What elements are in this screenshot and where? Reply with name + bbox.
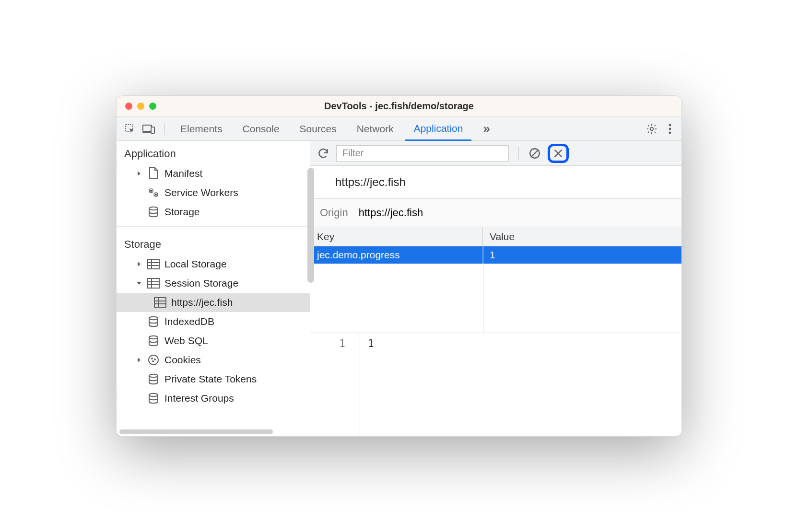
window-title: DevTools - jec.fish/demo/storage bbox=[324, 101, 474, 112]
column-header-key[interactable]: Key bbox=[310, 227, 483, 246]
sidebar-item-session-storage[interactable]: Session Storage bbox=[117, 274, 310, 293]
storage-detail-pane: https://jec.fish Origin https://jec.fish… bbox=[310, 141, 681, 436]
sidebar-item-interest-groups[interactable]: Interest Groups bbox=[117, 389, 310, 408]
inspect-element-icon[interactable] bbox=[124, 123, 136, 135]
sidebar-item-indexeddb[interactable]: IndexedDB bbox=[117, 312, 310, 331]
svg-point-7 bbox=[669, 131, 671, 134]
svg-point-9 bbox=[151, 190, 152, 192]
devtools-window: DevTools - jec.fish/demo/storage Element… bbox=[116, 95, 682, 437]
application-sidebar[interactable]: Application Manifest Service bbox=[117, 141, 310, 436]
divider bbox=[164, 123, 165, 135]
svg-rect-21 bbox=[154, 298, 166, 307]
svg-point-6 bbox=[669, 127, 671, 130]
table-body[interactable]: jec.demo.progress 1 bbox=[310, 246, 681, 333]
sidebar-item-label: Session Storage bbox=[164, 278, 238, 289]
chevron-right-icon bbox=[136, 357, 142, 363]
device-toolbar-icon[interactable] bbox=[142, 124, 155, 134]
horizontal-scrollbar[interactable] bbox=[119, 429, 273, 434]
svg-point-4 bbox=[650, 127, 653, 130]
storage-origin-heading: https://jec.fish bbox=[310, 166, 681, 199]
svg-point-27 bbox=[149, 355, 158, 365]
tab-elements[interactable]: Elements bbox=[172, 117, 231, 140]
tab-network[interactable]: Network bbox=[348, 117, 402, 140]
svg-rect-13 bbox=[148, 259, 159, 269]
window-controls bbox=[125, 103, 156, 110]
kebab-menu-icon[interactable] bbox=[668, 123, 672, 135]
database-icon bbox=[147, 373, 160, 385]
svg-rect-17 bbox=[148, 278, 159, 288]
sidebar-item-label: Manifest bbox=[164, 168, 202, 179]
tabs-overflow-button[interactable]: » bbox=[474, 117, 498, 140]
svg-point-5 bbox=[669, 124, 671, 126]
origin-value: https://jec.fish bbox=[359, 207, 423, 219]
sidebar-item-manifest[interactable]: Manifest bbox=[117, 164, 310, 183]
sidebar-item-session-storage-origin[interactable]: https://jec.fish bbox=[117, 293, 310, 312]
origin-label: Origin bbox=[320, 207, 348, 219]
zoom-window-button[interactable] bbox=[149, 103, 156, 110]
column-divider[interactable] bbox=[483, 246, 483, 333]
tabstrip: Elements Console Sources Network Applica… bbox=[117, 117, 681, 141]
minimize-window-button[interactable] bbox=[137, 103, 144, 110]
table-header: Key Value bbox=[310, 227, 681, 246]
table-icon bbox=[154, 296, 166, 309]
cell-value[interactable]: 1 bbox=[483, 245, 681, 265]
close-window-button[interactable] bbox=[125, 103, 132, 110]
delete-selected-icon[interactable] bbox=[548, 144, 569, 163]
sidebar-item-websql[interactable]: Web SQL bbox=[117, 331, 310, 350]
svg-point-12 bbox=[149, 207, 158, 210]
titlebar: DevTools - jec.fish/demo/storage bbox=[117, 96, 681, 117]
settings-icon[interactable] bbox=[646, 123, 657, 135]
table-row[interactable]: jec.demo.progress 1 bbox=[310, 246, 681, 264]
svg-point-25 bbox=[149, 317, 158, 320]
sidebar-item-storage-summary[interactable]: Storage bbox=[117, 202, 310, 221]
sidebar-item-label: Storage bbox=[164, 206, 200, 218]
svg-point-28 bbox=[152, 358, 153, 359]
sidebar-item-label: https://jec.fish bbox=[171, 297, 233, 308]
chevron-right-icon bbox=[136, 170, 142, 177]
filter-input[interactable] bbox=[336, 145, 509, 162]
database-icon bbox=[147, 335, 160, 347]
table-icon bbox=[147, 258, 160, 270]
chevron-down-icon bbox=[136, 280, 142, 287]
table-icon bbox=[147, 277, 160, 289]
sidebar-item-label: IndexedDB bbox=[164, 316, 214, 327]
file-icon bbox=[147, 167, 160, 180]
svg-point-11 bbox=[155, 194, 157, 196]
refresh-icon[interactable] bbox=[317, 147, 329, 160]
cell-key[interactable]: jec.demo.progress bbox=[310, 245, 483, 265]
svg-rect-1 bbox=[143, 125, 152, 131]
origin-info-row: Origin https://jec.fish bbox=[310, 199, 681, 227]
svg-line-34 bbox=[531, 150, 538, 157]
svg-rect-3 bbox=[151, 127, 154, 133]
storage-toolbar bbox=[310, 141, 681, 166]
sidebar-item-label: Cookies bbox=[164, 354, 201, 366]
divider bbox=[518, 147, 519, 160]
cookie-icon bbox=[147, 354, 160, 366]
preview-line-number: 1 bbox=[310, 333, 360, 436]
clear-all-icon[interactable] bbox=[528, 147, 541, 160]
database-icon bbox=[147, 392, 160, 405]
tab-application[interactable]: Application bbox=[405, 117, 472, 141]
sidebar-item-label: Web SQL bbox=[164, 335, 208, 347]
sidebar-item-label: Interest Groups bbox=[164, 393, 234, 404]
database-icon bbox=[147, 206, 160, 218]
svg-point-32 bbox=[149, 393, 158, 396]
svg-point-26 bbox=[149, 336, 158, 339]
tab-console[interactable]: Console bbox=[234, 117, 288, 140]
tab-sources[interactable]: Sources bbox=[291, 117, 345, 140]
vertical-scrollbar[interactable] bbox=[307, 168, 314, 283]
database-icon bbox=[147, 315, 160, 328]
value-preview: 1 1 bbox=[310, 333, 681, 436]
chevron-right-icon bbox=[136, 261, 142, 267]
sidebar-item-local-storage[interactable]: Local Storage bbox=[117, 254, 310, 274]
divider bbox=[117, 226, 310, 227]
sidebar-item-label: Private State Tokens bbox=[164, 373, 257, 385]
sidebar-item-label: Service Workers bbox=[164, 187, 238, 198]
sidebar-item-private-state-tokens[interactable]: Private State Tokens bbox=[117, 370, 310, 389]
sidebar-item-label: Local Storage bbox=[164, 258, 227, 270]
sidebar-item-cookies[interactable]: Cookies bbox=[117, 350, 310, 370]
column-header-value[interactable]: Value bbox=[483, 227, 681, 246]
sidebar-item-service-workers[interactable]: Service Workers bbox=[117, 183, 310, 202]
sidebar-section-storage: Storage bbox=[117, 231, 310, 254]
preview-content: 1 bbox=[360, 333, 681, 436]
